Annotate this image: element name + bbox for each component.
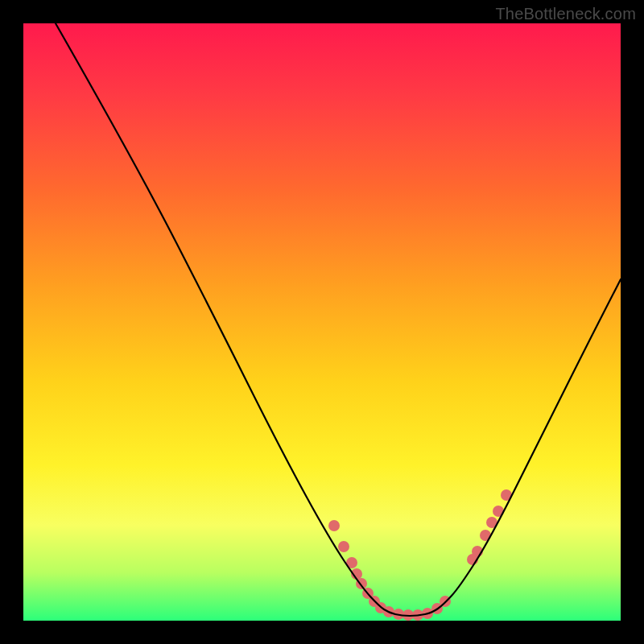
chart-stage: TheBottleneck.com xyxy=(0,0,644,644)
watermark-text: TheBottleneck.com xyxy=(495,5,636,23)
heat-gradient-background xyxy=(23,23,621,621)
plot-area xyxy=(23,23,621,621)
